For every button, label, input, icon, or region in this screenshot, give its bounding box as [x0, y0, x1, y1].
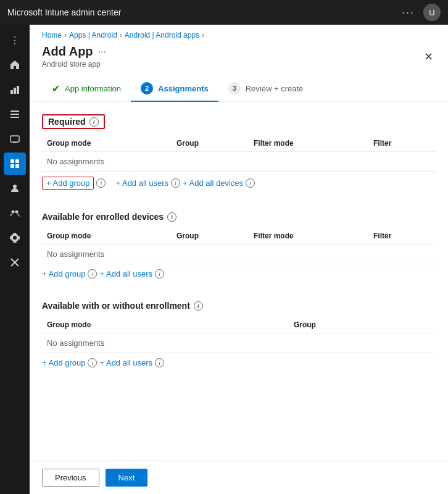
enrolled-add-all-users-link[interactable]: + Add all users [99, 269, 152, 278]
svg-rect-3 [10, 111, 19, 112]
tab-review-number: 3 [228, 82, 241, 94]
enrolled-col-group: Group [172, 228, 249, 245]
close-button[interactable]: ✕ [421, 48, 436, 66]
section-available-without-enrollment: Available with or without enrollment i G… [42, 301, 436, 372]
enrolled-add-group-info-icon[interactable]: i [88, 269, 97, 278]
without-enrollment-table: Group mode Group No assignments [42, 317, 436, 353]
avatar[interactable]: U [423, 4, 441, 21]
required-add-all-users-link[interactable]: + Add all users [115, 178, 168, 188]
page-body: Required i Group mode Group Filter mode … [30, 102, 448, 461]
without-add-all-users-link[interactable]: + Add all users [99, 358, 152, 367]
available-without-enrollment-title: Available with or without enrollment i [42, 301, 436, 311]
sidebar-item-groups[interactable] [4, 202, 26, 224]
wizard-tabs: ✔ App information 2 Assignments 3 Review… [30, 76, 448, 102]
svg-rect-2 [17, 86, 19, 94]
enrolled-add-users-info-icon[interactable]: i [155, 269, 164, 278]
svg-rect-6 [10, 136, 19, 142]
required-title-box: Required i [42, 114, 105, 129]
svg-rect-8 [10, 159, 14, 163]
previous-button[interactable]: Previous [42, 469, 99, 487]
section-required: Required i Group mode Group Filter mode … [42, 114, 436, 195]
sidebar-item-home[interactable] [4, 54, 26, 76]
enrolled-no-assignments-row: No assignments [42, 245, 436, 264]
without-col-group-mode: Group mode [42, 317, 289, 333]
topbar: Microsoft Intune admin center ··· U [0, 0, 448, 25]
breadcrumb: Home › Apps | Android › Android | Androi… [30, 25, 448, 42]
without-col-group: Group [289, 317, 436, 333]
svg-point-14 [15, 211, 19, 214]
required-add-links: + Add group i + Add all users i + Add al… [42, 172, 436, 195]
page-more-icon[interactable]: ··· [98, 46, 106, 57]
topbar-right: ··· U [402, 4, 441, 21]
without-no-assignments: No assignments [42, 333, 436, 353]
sidebar-item-apps[interactable] [4, 153, 26, 175]
tab-assignments-label: Assignments [158, 84, 209, 93]
required-no-assignments-row: No assignments [42, 152, 436, 172]
without-enrollment-info-icon[interactable]: i [194, 301, 203, 311]
required-add-all-devices-link[interactable]: + Add all devices [183, 178, 243, 188]
tab-review-label: Review + create [246, 84, 304, 93]
required-add-users-info-icon[interactable]: i [171, 178, 180, 188]
svg-rect-4 [10, 114, 19, 115]
without-add-group-info-icon[interactable]: i [88, 358, 97, 367]
enrolled-col-filter: Filter [368, 228, 436, 245]
tab-assignments-number: 2 [141, 82, 153, 94]
svg-point-13 [12, 211, 15, 214]
section-available-enrolled: Available for enrolled devices i Group m… [42, 212, 436, 283]
sidebar-item-all-services[interactable] [4, 103, 26, 125]
enrolled-no-assignments: No assignments [42, 245, 436, 264]
breadcrumb-home[interactable]: Home [42, 31, 62, 40]
enrolled-add-group-link[interactable]: + Add group [42, 269, 85, 278]
topbar-title: Microsoft Intune admin center [7, 7, 121, 17]
required-col-group-mode: Group mode [42, 135, 172, 152]
page-subtitle: Android store app [42, 60, 106, 69]
sidebar-item-devices[interactable] [4, 128, 26, 150]
required-add-group-link[interactable]: + Add group [42, 177, 94, 190]
required-info-icon[interactable]: i [89, 117, 99, 127]
without-add-group-link[interactable]: + Add group [42, 358, 85, 367]
svg-rect-5 [10, 117, 19, 118]
without-enrollment-add-links: + Add group i + Add all users i [42, 353, 436, 372]
required-col-group: Group [172, 135, 249, 152]
available-enrolled-title: Available for enrolled devices i [42, 212, 436, 222]
required-section-title: Required i [42, 114, 436, 129]
breadcrumb-android-apps[interactable]: Android | Android apps [125, 31, 199, 40]
tab-review-create[interactable]: 3 Review + create [218, 76, 313, 102]
sidebar-item-users[interactable] [4, 177, 26, 199]
next-button[interactable]: Next [106, 469, 148, 487]
sidebar-item-dashboard[interactable] [4, 78, 26, 101]
svg-rect-9 [15, 159, 19, 163]
tab-app-information[interactable]: ✔ App information [42, 77, 131, 102]
main-content: Home › Apps | Android › Android | Androi… [30, 25, 448, 494]
sidebar: ⋮ [0, 25, 30, 494]
svg-rect-0 [10, 90, 13, 94]
page-header: Add App ··· Android store app ✕ [30, 42, 448, 76]
app-layout: ⋮ [0, 25, 448, 494]
svg-rect-10 [10, 164, 14, 168]
required-add-group-info-icon[interactable]: i [96, 178, 106, 188]
svg-rect-1 [14, 88, 16, 94]
required-add-devices-info-icon[interactable]: i [246, 178, 255, 188]
page-footer: Previous Next [30, 461, 448, 494]
svg-rect-7 [13, 142, 17, 143]
svg-point-12 [13, 185, 17, 188]
required-label: Required [48, 117, 86, 127]
topbar-more-icon[interactable]: ··· [402, 6, 415, 19]
tab-check-icon: ✔ [52, 83, 60, 94]
without-no-assignments-row: No assignments [42, 333, 436, 353]
required-table: Group mode Group Filter mode Filter No a… [42, 135, 436, 172]
required-no-assignments: No assignments [42, 152, 436, 172]
sidebar-toggle[interactable]: ⋮ [5, 30, 25, 51]
available-enrolled-info-icon[interactable]: i [167, 212, 176, 222]
tab-assignments[interactable]: 2 Assignments [131, 76, 218, 102]
without-add-users-info-icon[interactable]: i [155, 358, 164, 367]
available-enrolled-table: Group mode Group Filter mode Filter No a… [42, 228, 436, 264]
page-title: Add App [42, 44, 93, 59]
breadcrumb-apps-android[interactable]: Apps | Android [69, 31, 117, 40]
tab-app-information-label: App information [65, 84, 121, 93]
svg-rect-11 [15, 164, 19, 168]
required-col-filter: Filter [368, 135, 436, 152]
sidebar-item-settings[interactable] [4, 227, 26, 249]
sidebar-item-close[interactable] [4, 251, 26, 274]
enrolled-add-links: + Add group i + Add all users i [42, 264, 436, 283]
